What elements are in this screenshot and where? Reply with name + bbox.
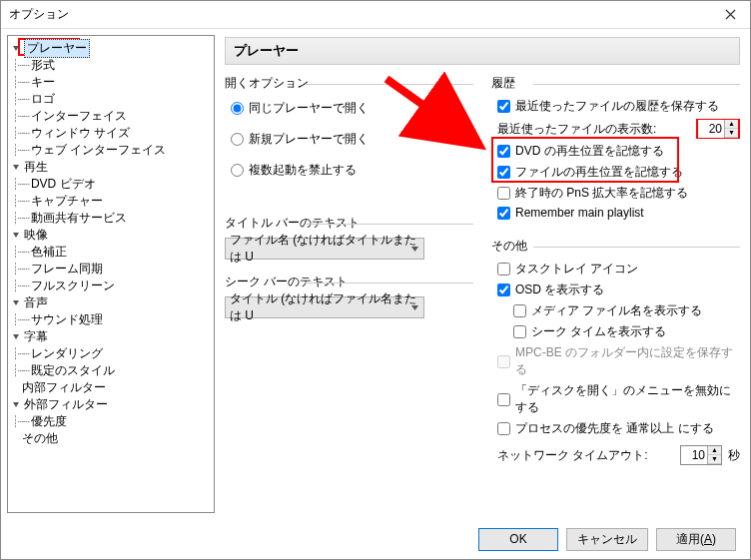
check-file-position[interactable]: ファイルの再生位置を記憶する — [497, 164, 740, 181]
seekbar-text-label: シーク バーのテキスト — [225, 274, 473, 290]
titlebar-text-combo[interactable]: ファイル名 (なければタイトルまたは U — [225, 238, 424, 260]
tree-colorcorr[interactable]: ┊┄┄色補正 — [10, 244, 212, 261]
chevron-down-icon — [12, 400, 22, 409]
tree-internalfilter[interactable]: 内部フィルター — [10, 379, 212, 396]
options-dialog: オプション プレーヤー ┊┄┄形式 ┊┄┄キー ┊┄┄ロゴ ┊┄┄インターフェイ… — [0, 0, 751, 560]
tree-other[interactable]: その他 — [10, 430, 212, 447]
network-timeout-spinner[interactable]: ▲▼ — [680, 445, 722, 465]
left-column: 開くオプション 同じプレーヤーで開く 新規プレーヤーで開く 複数起動を禁止する — [225, 75, 473, 469]
tree-playback[interactable]: 再生 — [10, 159, 212, 176]
tree-defaultstyle[interactable]: ┊┄┄既定のスタイル — [10, 362, 212, 379]
spin-up-icon[interactable]: ▲ — [725, 120, 738, 129]
open-options-group: 開くオプション — [225, 75, 473, 92]
close-icon — [725, 9, 736, 20]
recent-count-spinner[interactable]: ▲▼ — [696, 119, 740, 139]
chevron-down-icon — [408, 301, 420, 315]
misc-group: その他 — [491, 238, 740, 255]
tree-format[interactable]: ┊┄┄形式 — [10, 57, 212, 74]
check-tray-icon[interactable]: タスクトレイ アイコン — [497, 261, 740, 278]
tree-subtitle[interactable]: 字幕 — [10, 328, 212, 345]
tree-priority[interactable]: ┊┄┄優先度 — [10, 413, 212, 430]
check-mpcbe-folder: MPC-BE のフォルダー内に設定を保存する — [497, 344, 740, 378]
chevron-down-icon — [408, 243, 420, 257]
tree-externalfilter[interactable]: 外部フィルター — [10, 396, 212, 413]
tree-video[interactable]: 映像 — [10, 227, 212, 244]
spin-up-icon[interactable]: ▲ — [708, 446, 721, 455]
tree-capture[interactable]: ┊┄┄キャプチャー — [10, 193, 212, 210]
check-disable-disc-menu[interactable]: 「ディスクを開く」のメニューを無効にする — [497, 382, 740, 416]
tree-player[interactable]: プレーヤー — [10, 40, 212, 57]
button-bar: OK キャンセル 適用(A) — [1, 519, 750, 559]
category-tree[interactable]: プレーヤー ┊┄┄形式 ┊┄┄キー ┊┄┄ロゴ ┊┄┄インターフェイス ┊┄┄ウ… — [7, 35, 215, 513]
tree-dvdvideo[interactable]: ┊┄┄DVD ビデオ — [10, 176, 212, 193]
tree-key[interactable]: ┊┄┄キー — [10, 74, 212, 91]
recent-count-label: 最近使ったファイルの表示数: — [497, 121, 656, 138]
check-dvd-position[interactable]: DVD の再生位置を記憶する — [497, 143, 740, 160]
tree-fullscreen[interactable]: ┊┄┄フルスクリーン — [10, 278, 212, 294]
spin-down-icon[interactable]: ▼ — [725, 129, 738, 138]
network-timeout-label: ネットワーク タイムアウト: — [497, 447, 648, 464]
tree-webinterface[interactable]: ┊┄┄ウェブ インターフェイス — [10, 142, 212, 159]
check-pns[interactable]: 終了時の PnS 拡大率を記憶する — [497, 185, 740, 202]
history-group: 履歴 — [491, 75, 740, 92]
titlebar-text-label: タイトル バーのテキスト — [225, 215, 473, 232]
cancel-button[interactable]: キャンセル — [566, 528, 648, 551]
check-osd[interactable]: OSD を表示する — [497, 281, 740, 298]
radio-open-same[interactable]: 同じプレーヤーで開く — [231, 100, 473, 117]
seekbar-text-combo[interactable]: タイトル (なければファイル名または U — [225, 296, 424, 318]
tree-framesync[interactable]: ┊┄┄フレーム同期 — [10, 261, 212, 278]
radio-prohibit-multi[interactable]: 複数起動を禁止する — [231, 162, 473, 179]
recent-count-input[interactable] — [698, 120, 724, 138]
check-remember-playlist[interactable]: Remember main playlist — [497, 206, 740, 220]
chevron-down-icon — [12, 44, 22, 53]
apply-button[interactable]: 適用(A) — [656, 528, 736, 551]
right-column: 履歴 最近使ったファイルの履歴を保存する 最近使ったファイルの表示数: ▲▼ — [491, 75, 740, 469]
window-title: オプション — [9, 6, 69, 23]
chevron-down-icon — [12, 231, 22, 240]
tree-logo[interactable]: ┊┄┄ロゴ — [10, 91, 212, 108]
network-timeout-input[interactable] — [681, 446, 707, 464]
content-panel: プレーヤー 開くオプション 同じプレーヤーで開く 新規プレーヤーで開く — [219, 29, 750, 519]
radio-open-new[interactable]: 新規プレーヤーで開く — [231, 131, 473, 148]
spin-down-icon[interactable]: ▼ — [708, 455, 721, 464]
tree-audio[interactable]: 音声 — [10, 294, 212, 311]
close-button[interactable] — [710, 1, 750, 29]
tree-windowsize[interactable]: ┊┄┄ウィンドウ サイズ — [10, 125, 212, 142]
check-save-recent[interactable]: 最近使ったファイルの履歴を保存する — [497, 98, 740, 115]
tree-rendering[interactable]: ┊┄┄レンダリング — [10, 345, 212, 362]
page-title: プレーヤー — [225, 37, 740, 65]
tree-videoshare[interactable]: ┊┄┄動画共有サービス — [10, 210, 212, 227]
timeout-unit: 秒 — [728, 447, 740, 464]
check-osd-seek[interactable]: シーク タイムを表示する — [513, 323, 740, 340]
chevron-down-icon — [12, 298, 22, 307]
check-osd-filename[interactable]: メディア ファイル名を表示する — [513, 302, 740, 319]
chevron-down-icon — [12, 163, 22, 172]
ok-button[interactable]: OK — [478, 528, 558, 551]
titlebar: オプション — [1, 1, 750, 29]
tree-interface[interactable]: ┊┄┄インターフェイス — [10, 108, 212, 125]
chevron-down-icon — [12, 332, 22, 341]
check-process-priority[interactable]: プロセスの優先度を 通常以上 にする — [497, 420, 740, 437]
tree-soundproc[interactable]: ┊┄┄サウンド処理 — [10, 311, 212, 328]
